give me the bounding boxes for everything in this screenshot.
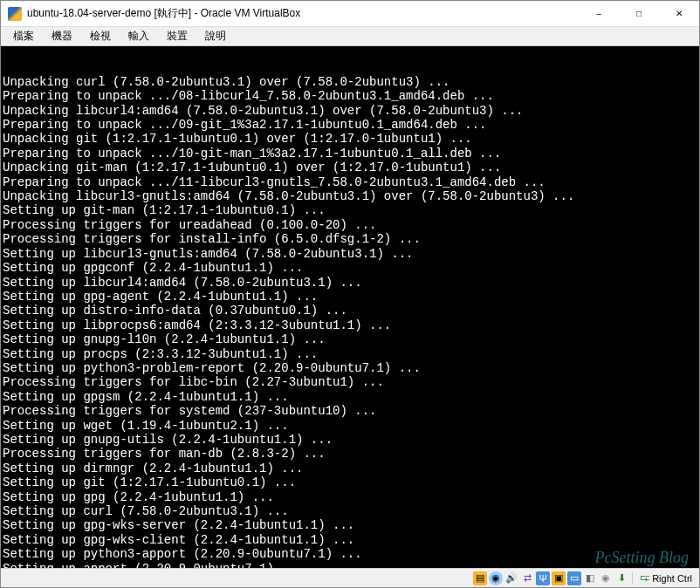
menu-machine[interactable]: 機器 (43, 27, 81, 45)
close-button[interactable]: ✕ (659, 1, 699, 27)
display-icon[interactable]: ▭ (567, 571, 581, 585)
menu-help[interactable]: 說明 (196, 27, 235, 45)
menu-input[interactable]: 輸入 (120, 27, 158, 45)
shared-folder-icon[interactable]: ▣ (552, 571, 566, 585)
usb-icon[interactable]: Ψ (536, 571, 550, 585)
mouse-integration-icon[interactable]: ⬇ (614, 571, 628, 585)
host-key-arrow-icon: ⮓ (640, 572, 650, 585)
clipboard-icon[interactable]: ◧ (583, 571, 597, 585)
maximize-button[interactable]: □ (619, 1, 659, 27)
audio-icon[interactable]: 🔊 (504, 571, 518, 585)
host-key-label: Right Ctrl (652, 573, 692, 584)
virtualbox-icon (8, 7, 22, 21)
network-icon[interactable]: ⇄ (520, 571, 534, 585)
menu-bar: 檔案 機器 檢視 輸入 裝置 說明 (1, 27, 699, 46)
hard-disk-icon[interactable]: ▤ (473, 571, 487, 585)
separator (632, 572, 633, 585)
window-titlebar: ubuntu-18.04-server-demo [執行中] - Oracle … (1, 1, 699, 27)
window-title: ubuntu-18.04-server-demo [執行中] - Oracle … (27, 6, 579, 21)
menu-view[interactable]: 檢視 (81, 27, 120, 45)
menu-file[interactable]: 檔案 (4, 27, 43, 45)
host-key-indicator[interactable]: ⮓ Right Ctrl (636, 572, 696, 585)
minimize-button[interactable]: – (579, 1, 619, 27)
status-bar: ▤ ◉ 🔊 ⇄ Ψ ▣ ▭ ◧ ◉ ⬇ ⮓ Right Ctrl (1, 568, 699, 587)
optical-disk-icon[interactable]: ◉ (489, 571, 503, 585)
menu-devices[interactable]: 裝置 (158, 27, 196, 45)
recording-icon[interactable]: ◉ (599, 571, 613, 585)
terminal-output[interactable]: Unpacking curl (7.58.0-2ubuntu3.1) over … (1, 46, 699, 568)
